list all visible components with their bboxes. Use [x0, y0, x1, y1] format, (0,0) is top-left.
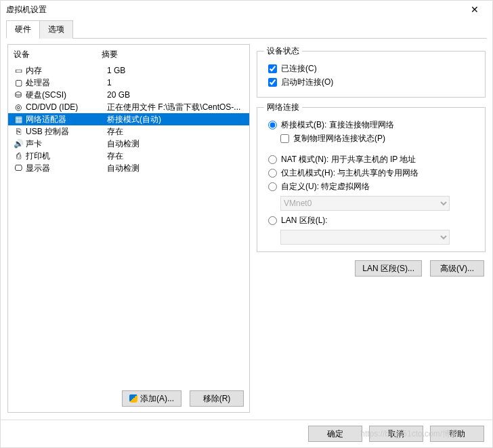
- lanseg-label: LAN 区段(L):: [281, 215, 328, 226]
- device-row-2[interactable]: ⛁硬盘(SCSI)20 GB: [8, 89, 249, 101]
- device-name: 内存: [26, 65, 107, 77]
- device-row-0[interactable]: ▭内存1 GB: [8, 64, 249, 77]
- device-row-5[interactable]: ⎘USB 控制器存在: [8, 125, 249, 138]
- device-row-4[interactable]: ▦网络适配器桥接模式(自动): [8, 113, 249, 125]
- ok-button[interactable]: 确定: [308, 426, 362, 442]
- dialog-title: 虚拟机设置: [6, 4, 47, 16]
- device-name: 硬盘(SCSI): [26, 89, 107, 101]
- device-name: 处理器: [26, 77, 107, 89]
- sound-icon: 🔊: [12, 139, 24, 148]
- remove-button[interactable]: 移除(R): [190, 390, 244, 407]
- printer-icon: ⎙: [12, 151, 24, 161]
- device-state-group: 设备状态 已连接(C) 启动时连接(O): [257, 45, 486, 98]
- custom-radio[interactable]: [268, 182, 277, 191]
- tab-options[interactable]: 选项: [39, 20, 73, 39]
- network-connection-legend: 网络连接: [264, 102, 302, 113]
- usb-icon: ⎘: [12, 127, 24, 136]
- device-row-7[interactable]: ⎙打印机存在: [8, 150, 249, 162]
- lanseg-radio[interactable]: [268, 216, 277, 225]
- display-icon: 🖵: [12, 163, 24, 173]
- cancel-button[interactable]: 取消: [369, 426, 423, 442]
- device-summary: 1 GB: [107, 66, 246, 75]
- device-summary: 自动检测: [107, 138, 246, 150]
- cpu-icon: ▢: [12, 78, 24, 87]
- add-button[interactable]: 添加(A)...: [122, 390, 181, 407]
- device-name: USB 控制器: [26, 126, 107, 138]
- cd-icon: ◎: [12, 102, 24, 112]
- device-row-3[interactable]: ◎CD/DVD (IDE)正在使用文件 F:\迅雷下载\CentOS-...: [8, 101, 249, 113]
- col-device: 设备: [14, 49, 102, 60]
- col-summary: 摘要: [102, 49, 244, 60]
- device-row-8[interactable]: 🖵显示器自动检测: [8, 162, 249, 174]
- network-connection-group: 网络连接 桥接模式(B): 直接连接物理网络 复制物理网络连接状态(P) NAT…: [257, 102, 486, 252]
- custom-label: 自定义(U): 特定虚拟网络: [281, 181, 370, 192]
- device-summary: 自动检测: [107, 163, 246, 174]
- bridged-label: 桥接模式(B): 直接连接物理网络: [281, 119, 394, 131]
- custom-vmnet-select: VMnet0: [280, 196, 450, 211]
- tab-bar: 硬件 选项: [6, 20, 487, 39]
- device-summary: 正在使用文件 F:\迅雷下载\CentOS-...: [107, 102, 246, 113]
- lan-segments-button[interactable]: LAN 区段(S)...: [355, 260, 422, 277]
- device-summary: 20 GB: [107, 90, 246, 100]
- device-summary: 存在: [107, 126, 246, 138]
- connected-label: 已连接(C): [281, 63, 317, 75]
- device-name: CD/DVD (IDE): [26, 102, 107, 112]
- hostonly-radio[interactable]: [268, 169, 277, 178]
- device-name: 网络适配器: [26, 114, 107, 125]
- nat-label: NAT 模式(N): 用于共享主机的 IP 地址: [281, 154, 416, 165]
- nic-icon: ▦: [12, 115, 24, 124]
- advanced-button[interactable]: 高级(V)...: [430, 260, 484, 277]
- replicate-label: 复制物理网络连接状态(P): [293, 133, 385, 144]
- lanseg-select: [280, 230, 450, 245]
- help-button[interactable]: 帮助: [430, 426, 484, 442]
- device-row-1[interactable]: ▢处理器1: [8, 77, 249, 89]
- disk-icon: ⛁: [12, 90, 24, 100]
- device-summary: 桥接模式(自动): [107, 114, 246, 125]
- connect-at-poweron-label: 启动时连接(O): [281, 77, 333, 88]
- device-summary: 存在: [107, 150, 246, 162]
- hostonly-label: 仅主机模式(H): 与主机共享的专用网络: [281, 167, 419, 179]
- device-state-legend: 设备状态: [264, 45, 302, 57]
- nat-radio[interactable]: [268, 155, 277, 164]
- device-list[interactable]: ▭内存1 GB▢处理器1⛁硬盘(SCSI)20 GB◎CD/DVD (IDE)正…: [8, 64, 249, 385]
- device-list-panel: 设备 摘要 ▭内存1 GB▢处理器1⛁硬盘(SCSI)20 GB◎CD/DVD …: [7, 44, 250, 413]
- device-summary: 1: [107, 78, 246, 87]
- close-icon[interactable]: ✕: [461, 4, 488, 15]
- device-name: 显示器: [26, 163, 107, 174]
- memory-icon: ▭: [12, 66, 24, 75]
- replicate-checkbox[interactable]: [280, 134, 289, 143]
- device-name: 声卡: [26, 138, 107, 150]
- connected-checkbox[interactable]: [268, 64, 277, 73]
- bridged-radio[interactable]: [268, 121, 277, 129]
- shield-icon: [129, 394, 137, 403]
- settings-panel: 设备状态 已连接(C) 启动时连接(O) 网络连接 桥接模式(B): 直接连接物…: [257, 44, 486, 413]
- connect-at-poweron-checkbox[interactable]: [268, 78, 277, 87]
- device-row-6[interactable]: 🔊声卡自动检测: [8, 138, 249, 150]
- tab-hardware[interactable]: 硬件: [6, 20, 40, 39]
- device-name: 打印机: [26, 150, 107, 162]
